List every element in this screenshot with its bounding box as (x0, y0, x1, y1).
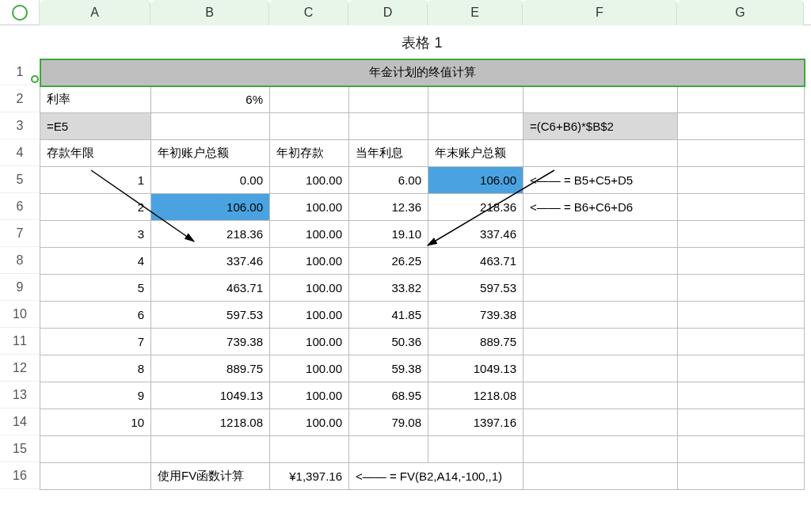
cell-empty[interactable] (428, 436, 524, 463)
cell-empty[interactable] (678, 86, 805, 113)
cell-C7[interactable]: 100.00 (270, 221, 349, 248)
cell-F6[interactable]: <—— = B6+C6+D6 (524, 194, 678, 221)
cell-E10[interactable]: 739.38 (428, 302, 524, 329)
cell-empty[interactable] (524, 86, 678, 113)
cell-empty[interactable] (678, 382, 805, 409)
row-header-13[interactable]: 13 (0, 382, 40, 408)
cell-empty[interactable] (678, 463, 805, 490)
cell-A11[interactable]: 7 (40, 329, 151, 355)
cell-C14[interactable]: 100.00 (270, 409, 349, 436)
cell-C8[interactable]: 100.00 (270, 248, 349, 275)
row-header-4[interactable]: 4 (0, 139, 40, 166)
cell-empty[interactable] (678, 194, 805, 221)
title-cell[interactable]: 年金计划的终值计算 (40, 59, 805, 86)
cell-empty[interactable] (678, 275, 805, 302)
cell-empty[interactable] (428, 86, 524, 113)
cell-empty[interactable] (678, 221, 805, 248)
cell-empty[interactable] (349, 113, 428, 140)
cell-empty[interactable] (678, 302, 805, 329)
cell-D11[interactable]: 50.36 (349, 329, 428, 355)
cell-E13[interactable]: 1218.08 (428, 382, 524, 409)
cell-C10[interactable]: 100.00 (270, 302, 349, 329)
cell-A3-formula[interactable]: =E5 (40, 113, 151, 140)
cell-F8[interactable] (524, 248, 678, 275)
cell-C5[interactable]: 100.00 (270, 167, 349, 194)
cell-A13[interactable]: 9 (40, 382, 151, 409)
row-header-16[interactable]: 16 (0, 462, 40, 489)
cell-empty[interactable] (524, 463, 678, 490)
cell-B12[interactable]: 889.75 (151, 355, 270, 382)
cell-F5[interactable]: <—— = B5+C5+D5 (524, 167, 678, 194)
row-header-14[interactable]: 14 (0, 408, 40, 435)
cell-empty[interactable] (678, 436, 805, 463)
row-header-6[interactable]: 6 (0, 193, 40, 220)
cell-A8[interactable]: 4 (40, 248, 151, 275)
cell-C6[interactable]: 100.00 (270, 194, 349, 221)
cell-A7[interactable]: 3 (40, 221, 151, 248)
cell-B11[interactable]: 739.38 (151, 329, 270, 355)
cell-A14[interactable]: 10 (40, 409, 151, 436)
cell-E7[interactable]: 337.46 (428, 221, 524, 248)
cell-C13[interactable]: 100.00 (270, 382, 349, 409)
cell-empty[interactable] (151, 113, 270, 140)
cell-D14[interactable]: 79.08 (349, 409, 428, 436)
column-header-C[interactable]: C (269, 0, 348, 25)
cell-A9[interactable]: 5 (40, 275, 151, 302)
cell-E8[interactable]: 463.71 (428, 248, 524, 275)
cell-D16-fv-formula[interactable]: <—— = FV(B2,A14,-100,,1) (349, 463, 524, 490)
cell-E6[interactable]: 218.36 (428, 194, 524, 221)
row-header-10[interactable]: 10 (0, 301, 40, 328)
cell-F3-formula[interactable]: =(C6+B6)*$B$2 (524, 113, 678, 140)
column-header-F[interactable]: F (523, 0, 677, 25)
cell-A6[interactable]: 2 (40, 194, 151, 221)
cell-E14[interactable]: 1397.16 (428, 409, 524, 436)
cell-E5[interactable]: 106.00 (428, 167, 524, 194)
cell-D6[interactable]: 12.36 (349, 194, 428, 221)
cell-empty[interactable] (349, 436, 428, 463)
row-header-3[interactable]: 3 (0, 112, 40, 139)
row-selection-handle-icon[interactable] (31, 75, 39, 83)
cell-F13[interactable] (524, 382, 678, 409)
cell-E11[interactable]: 889.75 (428, 329, 524, 355)
cell-A2[interactable]: 利率 (40, 86, 151, 113)
cell-D12[interactable]: 59.38 (349, 355, 428, 382)
cell-B2[interactable]: 6% (151, 86, 270, 113)
cell-F14[interactable] (524, 409, 678, 436)
cell-empty[interactable] (678, 248, 805, 275)
cell-F7[interactable] (524, 221, 678, 248)
cell-empty[interactable] (270, 436, 349, 463)
cell-B6[interactable]: 106.00 (151, 194, 270, 221)
cell-empty[interactable] (428, 113, 524, 140)
cell-F10[interactable] (524, 302, 678, 329)
cell-empty[interactable] (270, 86, 349, 113)
cell-empty[interactable] (678, 140, 805, 167)
cell-A10[interactable]: 6 (40, 302, 151, 329)
cell-C9[interactable]: 100.00 (270, 275, 349, 302)
cell-empty[interactable] (678, 113, 805, 140)
hdr-interest[interactable]: 当年利息 (349, 140, 428, 167)
cell-B10[interactable]: 597.53 (151, 302, 270, 329)
column-header-E[interactable]: E (428, 0, 523, 25)
cell-empty[interactable] (524, 140, 678, 167)
cell-B8[interactable]: 337.46 (151, 248, 270, 275)
cell-empty[interactable] (40, 436, 151, 463)
cell-empty[interactable] (678, 355, 805, 382)
hdr-end-balance[interactable]: 年末账户总额 (428, 140, 524, 167)
cell-C16-fv-result[interactable]: ¥1,397.16 (270, 463, 349, 490)
cell-F9[interactable] (524, 275, 678, 302)
row-header-5[interactable]: 5 (0, 166, 40, 193)
cell-B7[interactable]: 218.36 (151, 221, 270, 248)
data-grid[interactable]: 年金计划的终值计算利率6%=E5=(C6+B6)*$B$2存款年限年初账户总额年… (40, 59, 805, 490)
cell-B16-fv-label[interactable]: 使用FV函数计算 (151, 463, 270, 490)
row-header-9[interactable]: 9 (0, 274, 40, 301)
cell-D9[interactable]: 33.82 (349, 275, 428, 302)
cell-empty[interactable] (678, 329, 805, 355)
row-header-8[interactable]: 8 (0, 247, 40, 274)
row-header-15[interactable]: 15 (0, 435, 40, 462)
column-header-D[interactable]: D (348, 0, 428, 25)
hdr-deposit[interactable]: 年初存款 (270, 140, 349, 167)
column-header-G[interactable]: G (677, 0, 804, 25)
row-header-7[interactable]: 7 (0, 220, 40, 247)
cell-F12[interactable] (524, 355, 678, 382)
select-all-corner[interactable] (0, 0, 40, 25)
